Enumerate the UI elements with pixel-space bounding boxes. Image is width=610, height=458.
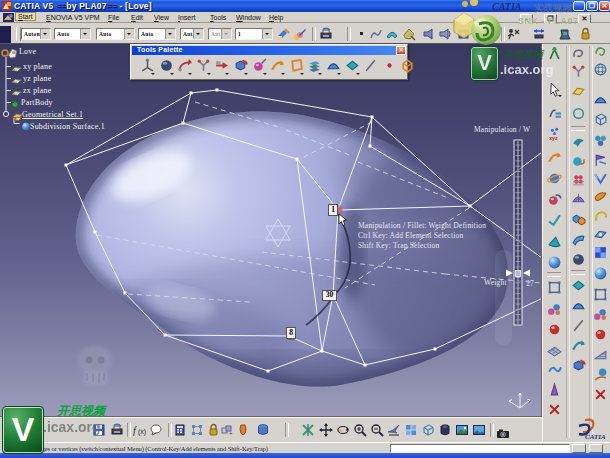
combo-dropdown-button[interactable] xyxy=(80,29,90,39)
flower-red-icon[interactable] xyxy=(571,172,586,187)
spline-curve-icon[interactable] xyxy=(369,27,383,41)
tools-palette-close-button[interactable]: ✕ xyxy=(396,46,406,55)
combo-dropdown-button[interactable] xyxy=(165,29,175,39)
boxes-icon[interactable]: + xyxy=(220,423,234,437)
arrow-red-curve-icon[interactable] xyxy=(177,58,193,74)
ramp-grid-icon[interactable] xyxy=(593,347,608,362)
cubes-pair-icon[interactable] xyxy=(571,212,586,227)
subtoolbar-arrow-icon[interactable] xyxy=(281,73,285,77)
curl-gray-icon[interactable] xyxy=(571,46,586,61)
hook-yellow-icon[interactable] xyxy=(593,209,608,224)
subtoolbar-arrow-icon[interactable] xyxy=(170,73,174,77)
tree-item-partbody[interactable]: PartBody xyxy=(21,98,53,107)
printer-icon[interactable] xyxy=(319,27,333,41)
database-icon[interactable] xyxy=(256,423,270,437)
combo-dropdown-button[interactable] xyxy=(221,29,231,39)
subtoolbar-arrow-icon[interactable] xyxy=(558,95,562,99)
tree-item-geometrical-set-1[interactable]: Geometrical Set.1 xyxy=(22,110,83,119)
sphere-blue-icon[interactable] xyxy=(547,255,562,270)
catalog-pen-icon[interactable] xyxy=(293,27,307,41)
cube-arrow-icon[interactable] xyxy=(233,58,249,74)
menu-help[interactable]: Help xyxy=(269,14,283,21)
layers-stack-icon[interactable] xyxy=(307,58,323,74)
plane-dot-icon[interactable] xyxy=(593,227,608,242)
image-b-icon[interactable] xyxy=(472,423,486,437)
combo-box-2[interactable]: Auto xyxy=(54,28,91,40)
axis-compass-icon[interactable] xyxy=(140,58,156,74)
bird-teal-icon[interactable] xyxy=(571,134,586,149)
subtoolbar-arrow-icon[interactable] xyxy=(225,73,229,77)
spheres-pink-icon[interactable] xyxy=(593,307,608,322)
dome-blue-icon[interactable] xyxy=(326,58,342,74)
combo-dropdown-button[interactable] xyxy=(193,29,203,39)
circle-outline-icon[interactable] xyxy=(571,106,586,121)
tree-item-yz-plane[interactable]: yz plane xyxy=(23,74,51,83)
subtoolbar-arrow-icon[interactable] xyxy=(207,73,211,77)
bench-icon[interactable] xyxy=(558,27,572,41)
plane-yellow-icon[interactable] xyxy=(571,84,586,99)
calculator-icon[interactable] xyxy=(173,423,187,437)
speaker-a-icon[interactable] xyxy=(422,27,436,41)
bounce-sphere-icon[interactable] xyxy=(593,367,608,382)
cube-outline3d-icon[interactable] xyxy=(593,112,608,127)
padlock-icon[interactable] xyxy=(206,423,220,437)
image-a-icon[interactable] xyxy=(455,423,469,437)
xyz-point-icon[interactable]: xyz xyxy=(547,126,562,141)
combo-box-3[interactable]: Auto xyxy=(96,28,135,40)
swoosh-teal-icon[interactable] xyxy=(571,338,586,353)
x-red-icon[interactable] xyxy=(593,387,608,402)
padlock-icon[interactable] xyxy=(578,27,592,41)
subtoolbar-arrow-icon[interactable] xyxy=(337,73,341,77)
combo-box-6[interactable]: Aut xyxy=(208,28,232,40)
sphere-hook-icon[interactable] xyxy=(571,154,586,169)
subtoolbar-arrow-icon[interactable] xyxy=(300,73,304,77)
menu-window[interactable]: Window xyxy=(236,14,261,21)
swoosh-orange-icon[interactable] xyxy=(547,150,562,165)
menu-view[interactable]: View xyxy=(154,14,169,21)
zoom-in-icon[interactable] xyxy=(353,423,367,437)
dome-grid-icon[interactable] xyxy=(571,190,586,205)
slash-line-icon[interactable] xyxy=(363,58,379,74)
tree-item-love[interactable]: Love xyxy=(19,47,36,56)
part-root-icon[interactable] xyxy=(7,46,19,64)
mesh-sphere-icon[interactable] xyxy=(593,62,608,77)
minimize-button[interactable]: _ xyxy=(573,1,585,11)
takeoff-icon[interactable] xyxy=(387,423,401,437)
point-dot-icon[interactable] xyxy=(355,27,369,41)
subtoolbar-arrow-icon[interactable] xyxy=(151,73,155,77)
sphere-pin-icon[interactable] xyxy=(252,58,268,74)
subtoolbar-arrow-icon[interactable] xyxy=(356,73,360,77)
paintbrush-icon[interactable] xyxy=(277,27,291,41)
cylinder-dark-icon[interactable] xyxy=(438,423,452,437)
tree-item-xy-plane[interactable]: xy plane xyxy=(23,62,52,71)
planet-ring-icon[interactable] xyxy=(547,171,562,186)
tools-palette-titlebar[interactable]: Tools Palette xyxy=(132,46,406,55)
cone-purple-icon[interactable] xyxy=(547,382,562,397)
rotate-hand-icon[interactable] xyxy=(336,423,350,437)
menu-enovia-v5-vpm[interactable]: ENOVIA V5 VPM xyxy=(46,14,100,21)
v-arrows-icon[interactable] xyxy=(593,171,608,186)
menu-insert[interactable]: Insert xyxy=(178,14,196,21)
square-outline-icon[interactable] xyxy=(547,280,562,295)
arc-shell-icon[interactable] xyxy=(385,27,399,41)
tree-item-subdivision-surface-1[interactable]: Subdivision Surface.1 xyxy=(30,122,105,131)
banana-orange-icon[interactable] xyxy=(593,189,608,204)
subtoolbar-arrow-icon[interactable] xyxy=(188,73,192,77)
combo-box-1[interactable]: Automat xyxy=(21,28,51,40)
star-x-icon[interactable] xyxy=(301,423,315,437)
3d-viewport[interactable]: Lovexy planeyz planezx planePartBodyGeom… xyxy=(0,44,542,417)
dot-red-icon[interactable] xyxy=(382,58,398,74)
gem-teal-icon[interactable] xyxy=(345,58,361,74)
blue-tool-icon[interactable] xyxy=(457,27,471,41)
subtoolbar-arrow-icon[interactable] xyxy=(263,73,267,77)
cube-outline3d-icon[interactable] xyxy=(421,423,435,437)
combo-box-4[interactable]: Auto xyxy=(138,28,176,40)
balloon-icon[interactable] xyxy=(149,423,163,437)
flag-purple-icon[interactable] xyxy=(593,153,608,168)
person-select-icon[interactable] xyxy=(506,27,520,41)
sphere-red-icon[interactable] xyxy=(593,327,608,342)
cube-arrow-icon[interactable] xyxy=(571,358,586,373)
sphere-dark-icon[interactable] xyxy=(159,58,175,74)
status-button-2[interactable] xyxy=(589,444,603,453)
zoom-out-icon[interactable] xyxy=(370,423,384,437)
